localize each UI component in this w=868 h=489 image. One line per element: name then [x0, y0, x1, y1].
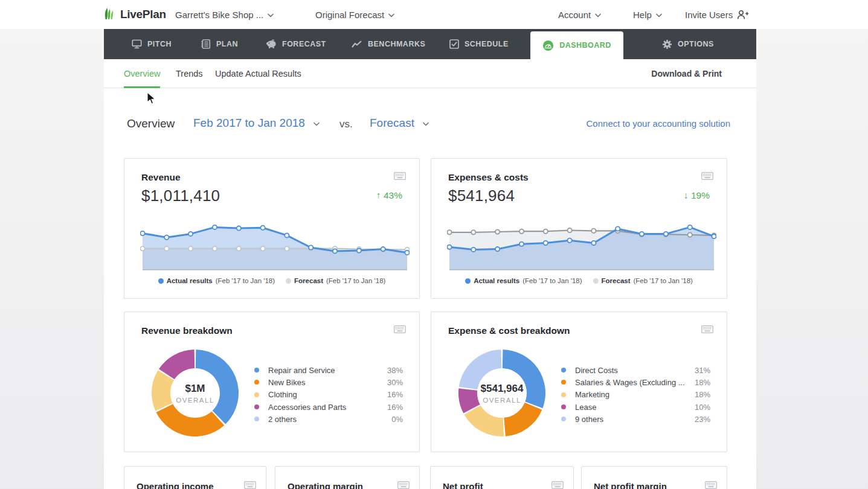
chart-legend: Actual results(Feb '17 to Jan '18)Foreca…: [124, 277, 419, 284]
pie-legend: Repair and Service38%New Bikes30%Clothin…: [254, 364, 403, 425]
legend-dot: [254, 417, 259, 421]
keyboard-icon[interactable]: [394, 325, 406, 333]
operating-income-card: Operating income: [124, 466, 266, 489]
pie-legend-label: New Bikes: [268, 378, 387, 387]
legend-series-name: Actual results: [474, 277, 519, 284]
pie-legend-row: Repair and Service38%: [254, 364, 403, 376]
legend-dot: [158, 278, 164, 284]
revenue-donut-chart[interactable]: $1M OVERALL: [147, 345, 243, 441]
expense-donut-chart[interactable]: $541,964 OVERALL: [454, 345, 550, 441]
tab-label: PITCH: [147, 40, 172, 48]
revenue-trend-chart[interactable]: [140, 213, 410, 273]
logo-text: LivePlan: [120, 8, 166, 21]
compare-to-selector[interactable]: Forecast: [370, 117, 429, 130]
legend-series-name: Forecast: [294, 277, 323, 284]
tab-pitch[interactable]: PITCH: [132, 29, 172, 59]
pie-legend-label: 2 others: [268, 415, 391, 424]
keyboard-icon[interactable]: [397, 481, 410, 489]
gauge-icon: [542, 40, 554, 51]
legend-item: Actual results(Feb '17 to Jan '18): [158, 277, 275, 284]
pie-legend-percent: 30%: [387, 378, 403, 387]
pie-legend-percent: 10%: [695, 403, 710, 412]
tab-options[interactable]: OPTIONS: [662, 29, 714, 59]
expenses-value: $541,964: [448, 187, 515, 205]
company-selector-label: Garrett's Bike Shop ...: [175, 10, 263, 20]
legend-dot: [254, 380, 259, 385]
keyboard-icon[interactable]: [394, 172, 406, 180]
card-title: Operating income: [137, 481, 214, 489]
pie-legend-row: 2 others0%: [254, 413, 403, 425]
legend-dot: [254, 368, 259, 372]
delta-up-arrow: ↑: [376, 190, 381, 200]
help-menu[interactable]: Help: [633, 0, 662, 29]
tab-dashboard-active[interactable]: DASHBOARD: [530, 31, 623, 59]
card-title: Expense & cost breakdown: [448, 325, 570, 336]
legend-dot: [465, 278, 471, 284]
notebook-icon: [201, 39, 211, 49]
trend-line-icon: [352, 40, 362, 48]
chevron-down-icon: [595, 13, 601, 18]
date-range-selector[interactable]: Feb 2017 to Jan 2018: [193, 117, 320, 130]
pie-legend-label: Clothing: [268, 390, 387, 399]
connect-accounting-link[interactable]: Connect to your accounting solution: [587, 118, 730, 129]
keyboard-icon[interactable]: [244, 481, 256, 489]
monitor-icon: [132, 39, 142, 49]
legend-period: (Feb '17 to Jan '18): [326, 277, 385, 284]
keyboard-icon[interactable]: [705, 481, 717, 489]
liveplan-logo[interactable]: LivePlan: [104, 0, 166, 29]
pie-legend-row: Lease10%: [561, 401, 710, 413]
pie-legend-label: Accessories and Parts: [268, 403, 387, 412]
legend-dot: [561, 417, 566, 421]
subnav-update-actual-results[interactable]: Update Actual Results: [215, 59, 301, 88]
pie-legend-label: Lease: [575, 403, 695, 412]
tab-benchmarks[interactable]: BENCHMARKS: [352, 29, 425, 59]
pie-legend-label: Repair and Service: [268, 366, 387, 375]
revenue-delta-badge: ↑ 43%: [376, 190, 402, 201]
expenses-delta-badge: ↓ 19%: [684, 190, 710, 201]
keyboard-icon[interactable]: [551, 481, 564, 489]
revenue-card: Revenue $1,011,410 ↑ 43% Actual results(…: [124, 158, 420, 299]
revenue-breakdown-card: Revenue breakdown $1M OVERALL Repair and…: [124, 312, 420, 452]
legend-item: Forecast(Feb '17 to Jan '18): [286, 277, 385, 284]
forecast-selector[interactable]: Original Forecast: [315, 0, 394, 29]
card-title: Revenue: [141, 172, 181, 183]
legend-item: Forecast(Feb '17 to Jan '18): [593, 277, 693, 284]
overview-bar: Overview Feb 2017 to Jan 2018 vs. Foreca…: [104, 115, 756, 134]
pie-legend-percent: 31%: [695, 366, 710, 375]
subnav-trends[interactable]: Trends: [176, 59, 203, 88]
pie-legend-percent: 16%: [387, 390, 403, 399]
card-title: Revenue breakdown: [141, 325, 233, 336]
company-selector[interactable]: Garrett's Bike Shop ...: [175, 0, 274, 29]
tab-plan[interactable]: PLAN: [201, 29, 238, 59]
account-menu-label: Account: [558, 10, 591, 20]
expenses-trend-chart[interactable]: [447, 213, 716, 273]
tab-label: FORECAST: [282, 40, 326, 48]
pie-legend-percent: 23%: [695, 415, 710, 424]
account-menu[interactable]: Account: [558, 0, 601, 29]
pie-legend-label: Direct Costs: [575, 366, 695, 375]
pie-legend-label: Marketing: [575, 390, 695, 399]
keyboard-icon[interactable]: [701, 325, 713, 333]
delta-down-arrow: ↓: [684, 190, 689, 200]
person-add-icon: [737, 10, 749, 20]
download-print-button[interactable]: Download & Print: [651, 59, 722, 88]
subnav-overview[interactable]: Overview: [124, 59, 160, 88]
legend-period: (Feb '17 to Jan '18): [522, 277, 582, 284]
tab-schedule[interactable]: SCHEDULE: [449, 29, 509, 59]
keyboard-icon[interactable]: [701, 172, 713, 180]
legend-dot: [561, 392, 566, 397]
liveplan-dashboard-page: LivePlan Garrett's Bike Shop ... Origina…: [0, 0, 868, 489]
card-title: Net profit margin: [594, 481, 667, 489]
tab-label: BENCHMARKS: [368, 40, 425, 48]
tab-forecast[interactable]: FORECAST: [266, 29, 326, 59]
net-profit-card: Net profit: [430, 466, 574, 489]
card-title: Net profit: [443, 481, 483, 489]
pie-legend-row: Accessories and Parts16%: [254, 401, 403, 413]
chevron-down-icon: [268, 13, 274, 18]
delta-value: 19%: [691, 190, 710, 200]
chevron-down-icon: [656, 13, 662, 18]
card-title: Expenses & costs: [448, 172, 529, 183]
invite-users-button[interactable]: Invite Users: [685, 0, 749, 29]
pie-legend: Direct Costs31%Salaries & Wages (Excludi…: [561, 364, 710, 425]
pie-legend-label: 9 others: [575, 415, 695, 424]
